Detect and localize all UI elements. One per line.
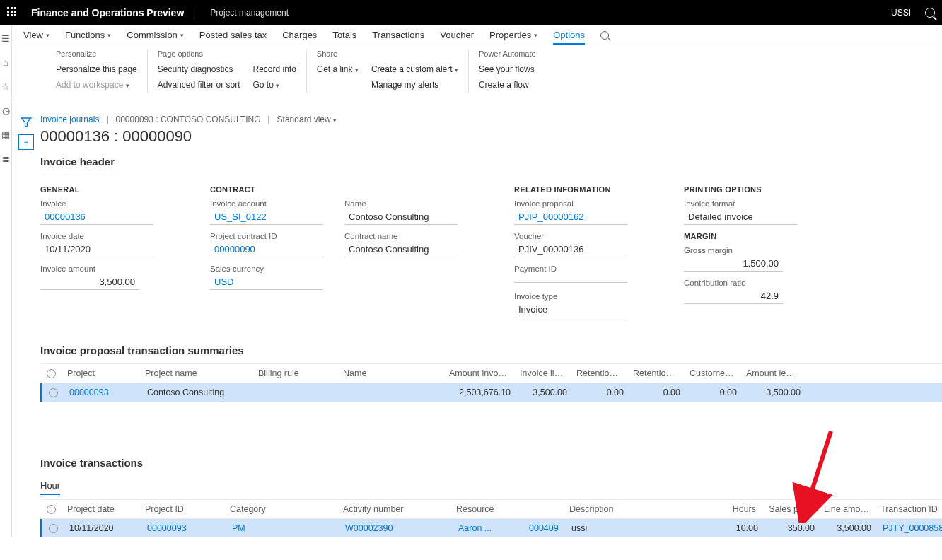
col-description[interactable]: Description [564, 504, 712, 514]
table-row[interactable]: 00000093 Contoso Consulting 2,503,676.10… [40, 383, 942, 402]
breadcrumb-sep: | [106, 115, 108, 124]
invoice-amount-label: Invoice amount [40, 264, 153, 273]
col-sales-price[interactable]: Sales price [762, 504, 818, 514]
col-name[interactable]: Name [337, 368, 443, 378]
create-a-flow[interactable]: Create a flow [479, 78, 536, 93]
record-info[interactable]: Record info [252, 62, 296, 78]
col-project-id[interactable]: Project ID [139, 504, 224, 514]
project-contract-id-value[interactable]: 00000090 [210, 242, 323, 257]
cell-sales-price: 350.00 [764, 523, 820, 533]
row-select-radio[interactable] [49, 388, 58, 397]
get-a-link[interactable]: Get a link ▾ [317, 62, 359, 78]
cmd-functions[interactable]: Functions▾ [65, 30, 111, 40]
manage-my-alerts[interactable]: Manage my alerts [371, 78, 458, 93]
module-name[interactable]: Project management [197, 8, 289, 18]
search-icon[interactable] [925, 8, 935, 18]
invoice-account-value[interactable]: US_SI_0122 [210, 209, 323, 225]
col-title: PRINTING OPTIONS [684, 185, 797, 194]
col-activity-number[interactable]: Activity number [337, 504, 450, 514]
layout-icon[interactable]: ▦ [0, 129, 11, 140]
breadcrumb-record: 00000093 : CONTOSO CONSULTING [116, 115, 261, 124]
col-invoice-line-amount[interactable]: Invoice line am... [514, 368, 571, 378]
cell-project-id[interactable]: 00000093 [141, 523, 226, 533]
col-project-name[interactable]: Project name [139, 368, 252, 378]
cell-retention-percent: 0.00 [629, 387, 686, 397]
command-bar: View▾ Functions▾ Commission▾ Posted sale… [12, 25, 942, 45]
contribution-ratio-label: Contribution ratio [684, 279, 797, 287]
search-icon[interactable] [600, 31, 609, 40]
sales-currency-value[interactable]: USD [210, 274, 323, 290]
tab-hour[interactable]: Hour [40, 480, 60, 495]
col-amount-invoiced[interactable]: Amount invoic... [443, 368, 514, 378]
col-general: GENERAL Invoice00000136 Invoice date10/1… [40, 185, 153, 325]
ribbon-group-title: Share [317, 49, 458, 58]
cmd-label: Commission [127, 30, 178, 40]
cmd-totals[interactable]: Totals [332, 30, 356, 40]
cmd-options[interactable]: Options [553, 30, 585, 45]
chevron-down-icon: ▾ [126, 82, 129, 89]
user-label[interactable]: USSI [881, 8, 921, 18]
cell-resource-num[interactable]: 000409 [523, 523, 566, 533]
invoice-label: Invoice [40, 199, 153, 208]
waffle-icon[interactable] [7, 7, 18, 18]
app-title: Finance and Operations Preview [31, 7, 197, 18]
create-custom-alert[interactable]: Create a custom alert ▾ [371, 62, 458, 78]
cmd-commission[interactable]: Commission▾ [127, 30, 184, 40]
col-retention-released[interactable]: Retention rele... [571, 368, 627, 378]
cmd-posted-sales-tax[interactable]: Posted sales tax [199, 30, 267, 40]
invoice-value[interactable]: 00000136 [40, 209, 153, 225]
row-select-radio[interactable] [49, 524, 58, 533]
cmd-transactions[interactable]: Transactions [372, 30, 424, 40]
breadcrumb-view[interactable]: Standard view ▾ [277, 115, 337, 124]
breadcrumb-invoice-journals[interactable]: Invoice journals [40, 115, 99, 124]
security-diagnostics[interactable]: Security diagnostics [158, 62, 240, 78]
cell-hours: 10.00 [714, 523, 764, 533]
project-contract-id-label: Project contract ID [210, 232, 323, 240]
cell-project[interactable]: 00000093 [64, 387, 141, 397]
col-title: RELATED INFORMATION [514, 185, 627, 194]
cell-category[interactable]: PM [226, 523, 339, 533]
col-transaction-id[interactable]: Transaction ID [875, 504, 942, 514]
add-to-workspace[interactable]: Add to workspace ▾ [56, 78, 137, 93]
hamburger-icon[interactable]: ☰ [0, 33, 11, 44]
home-icon[interactable]: ⌂ [0, 57, 11, 68]
see-your-flows[interactable]: See your flows [479, 62, 536, 78]
col-category[interactable]: Category [224, 504, 337, 514]
cmd-charges[interactable]: Charges [282, 30, 317, 40]
star-icon[interactable]: ☆ [0, 81, 11, 92]
select-all-radio[interactable] [47, 369, 56, 378]
advanced-filter[interactable]: Advanced filter or sort [158, 78, 240, 93]
personalize-this-page[interactable]: Personalize this page [56, 62, 137, 78]
col-resource[interactable]: Resource [450, 504, 521, 514]
go-to[interactable]: Go to ▾ [252, 78, 296, 93]
ribbon-group-title: Personalize [56, 49, 137, 58]
page-title: 00000136 : 00000090 [40, 127, 942, 146]
cmd-label: Totals [332, 30, 356, 40]
cell-resource-name[interactable]: Aaron ... [453, 523, 523, 533]
cmd-label: Options [553, 30, 585, 40]
col-hours[interactable]: Hours [712, 504, 762, 514]
select-all-radio[interactable] [47, 505, 56, 514]
cell-activity-number[interactable]: W00002390 [339, 523, 453, 533]
invoice-proposal-value[interactable]: PJIP_00000162 [514, 209, 627, 225]
cmd-properties[interactable]: Properties▾ [489, 30, 537, 40]
filter-icon[interactable] [20, 116, 33, 129]
cell-retention-released: 0.00 [573, 387, 629, 397]
table-row[interactable]: 10/11/2020 00000093 PM W00002390 Aaron .… [40, 519, 942, 537]
col-customer-retained[interactable]: Customer retai... [684, 368, 740, 378]
col-billing-rule[interactable]: Billing rule [252, 368, 337, 378]
cmd-voucher[interactable]: Voucher [440, 30, 474, 40]
col-retention-percent[interactable]: Retention perc... [627, 368, 684, 378]
list-icon[interactable]: ≣ [0, 153, 11, 164]
col-project[interactable]: Project [62, 368, 139, 378]
col-line-amount[interactable]: Line amount [818, 504, 875, 514]
cell-transaction-id[interactable]: PJTY_00008581 [877, 523, 942, 533]
clock-icon[interactable]: ◷ [0, 105, 11, 116]
col-title: MARGIN [684, 232, 797, 240]
col-project-date[interactable]: Project date [62, 504, 139, 514]
lines-view-button[interactable]: ≡ [18, 134, 34, 150]
cmd-view[interactable]: View▾ [23, 30, 50, 40]
col-amount-less-retention[interactable]: Amount less re... [740, 368, 804, 378]
contract-name-value: Contoso Consulting [344, 242, 458, 257]
gross-margin-label: Gross margin [684, 246, 797, 255]
